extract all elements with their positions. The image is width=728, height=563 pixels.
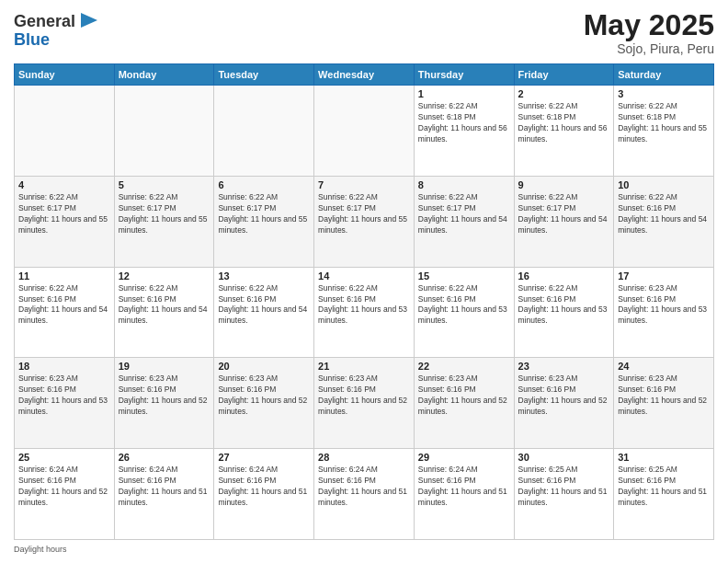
day-number: 25 — [18, 452, 110, 463]
day-number: 30 — [518, 452, 610, 463]
col-monday: Monday — [114, 64, 214, 86]
day-info: Sunrise: 6:22 AM Sunset: 6:18 PM Dayligh… — [618, 101, 710, 145]
table-row: 5Sunrise: 6:22 AM Sunset: 6:17 PM Daylig… — [114, 176, 214, 267]
table-row: 26Sunrise: 6:24 AM Sunset: 6:16 PM Dayli… — [114, 449, 214, 540]
day-info: Sunrise: 6:22 AM Sunset: 6:17 PM Dayligh… — [518, 192, 610, 236]
table-row: 17Sunrise: 6:23 AM Sunset: 6:16 PM Dayli… — [614, 267, 714, 358]
table-row: 12Sunrise: 6:22 AM Sunset: 6:16 PM Dayli… — [114, 267, 214, 358]
day-number: 24 — [618, 361, 710, 372]
day-info: Sunrise: 6:22 AM Sunset: 6:17 PM Dayligh… — [418, 192, 510, 236]
logo-general-text: General — [14, 13, 75, 31]
table-row: 24Sunrise: 6:23 AM Sunset: 6:16 PM Dayli… — [614, 358, 714, 449]
day-info: Sunrise: 6:22 AM Sunset: 6:16 PM Dayligh… — [618, 192, 710, 236]
day-info: Sunrise: 6:23 AM Sunset: 6:16 PM Dayligh… — [518, 373, 610, 418]
day-info: Sunrise: 6:24 AM Sunset: 6:16 PM Dayligh… — [119, 465, 210, 509]
table-row: 21Sunrise: 6:23 AM Sunset: 6:16 PM Dayli… — [314, 358, 415, 449]
table-row: 9Sunrise: 6:22 AM Sunset: 6:17 PM Daylig… — [514, 176, 614, 267]
day-number: 19 — [119, 361, 210, 372]
calendar-week-row: 18Sunrise: 6:23 AM Sunset: 6:16 PM Dayli… — [15, 358, 714, 449]
table-row: 19Sunrise: 6:23 AM Sunset: 6:16 PM Dayli… — [114, 358, 214, 449]
day-info: Sunrise: 6:22 AM Sunset: 6:17 PM Dayligh… — [318, 192, 410, 236]
table-row: 11Sunrise: 6:22 AM Sunset: 6:16 PM Dayli… — [15, 267, 115, 358]
day-number: 20 — [218, 361, 310, 372]
table-row: 3Sunrise: 6:22 AM Sunset: 6:18 PM Daylig… — [614, 86, 714, 177]
title-month: May 2025 — [584, 9, 714, 41]
day-info: Sunrise: 6:23 AM Sunset: 6:16 PM Dayligh… — [318, 373, 410, 418]
day-number: 26 — [119, 452, 210, 463]
day-info: Sunrise: 6:23 AM Sunset: 6:16 PM Dayligh… — [618, 373, 710, 418]
col-saturday: Saturday — [614, 64, 714, 86]
daylight-label: Daylight hours — [14, 545, 67, 554]
day-info: Sunrise: 6:22 AM Sunset: 6:17 PM Dayligh… — [119, 192, 210, 236]
day-info: Sunrise: 6:22 AM Sunset: 6:17 PM Dayligh… — [18, 192, 110, 236]
table-row — [214, 86, 314, 177]
table-row — [114, 86, 214, 177]
footer: Daylight hours — [14, 545, 714, 554]
day-info: Sunrise: 6:24 AM Sunset: 6:16 PM Dayligh… — [318, 465, 410, 509]
day-info: Sunrise: 6:22 AM Sunset: 6:17 PM Dayligh… — [218, 192, 310, 236]
table-row: 10Sunrise: 6:22 AM Sunset: 6:16 PM Dayli… — [614, 176, 714, 267]
day-number: 28 — [318, 452, 410, 463]
day-number: 31 — [618, 452, 710, 463]
table-row: 4Sunrise: 6:22 AM Sunset: 6:17 PM Daylig… — [15, 176, 115, 267]
table-row: 15Sunrise: 6:22 AM Sunset: 6:16 PM Dayli… — [414, 267, 514, 358]
table-row: 20Sunrise: 6:23 AM Sunset: 6:16 PM Dayli… — [214, 358, 314, 449]
table-row: 2Sunrise: 6:22 AM Sunset: 6:18 PM Daylig… — [514, 86, 614, 177]
col-wednesday: Wednesday — [314, 64, 415, 86]
day-info: Sunrise: 6:24 AM Sunset: 6:16 PM Dayligh… — [418, 465, 510, 509]
day-number: 10 — [618, 179, 710, 190]
day-number: 12 — [119, 270, 210, 282]
table-row: 14Sunrise: 6:22 AM Sunset: 6:16 PM Dayli… — [314, 267, 415, 358]
day-number: 2 — [518, 88, 610, 99]
day-info: Sunrise: 6:23 AM Sunset: 6:16 PM Dayligh… — [18, 373, 110, 418]
day-number: 14 — [318, 270, 410, 282]
day-number: 22 — [418, 361, 510, 372]
day-number: 18 — [18, 361, 110, 372]
day-info: Sunrise: 6:24 AM Sunset: 6:16 PM Dayligh… — [218, 465, 310, 509]
title-block: May 2025 Sojo, Piura, Peru — [584, 9, 714, 56]
col-thursday: Thursday — [414, 64, 514, 86]
table-row: 29Sunrise: 6:24 AM Sunset: 6:16 PM Dayli… — [414, 449, 514, 540]
table-row: 25Sunrise: 6:24 AM Sunset: 6:16 PM Dayli… — [15, 449, 115, 540]
logo-blue-text: Blue — [14, 31, 50, 50]
page: General Blue May 2025 Sojo, Piura, Peru … — [0, 0, 728, 563]
day-number: 17 — [618, 270, 710, 282]
table-row — [314, 86, 415, 177]
day-number: 15 — [418, 270, 510, 282]
day-info: Sunrise: 6:23 AM Sunset: 6:16 PM Dayligh… — [418, 373, 510, 418]
day-number: 9 — [518, 179, 610, 190]
table-row: 16Sunrise: 6:22 AM Sunset: 6:16 PM Dayli… — [514, 267, 614, 358]
calendar-week-row: 25Sunrise: 6:24 AM Sunset: 6:16 PM Dayli… — [15, 449, 714, 540]
col-sunday: Sunday — [15, 64, 115, 86]
day-info: Sunrise: 6:22 AM Sunset: 6:16 PM Dayligh… — [318, 283, 410, 327]
day-number: 27 — [218, 452, 310, 463]
table-row: 7Sunrise: 6:22 AM Sunset: 6:17 PM Daylig… — [314, 176, 415, 267]
calendar-week-row: 1Sunrise: 6:22 AM Sunset: 6:18 PM Daylig… — [15, 86, 714, 177]
day-number: 7 — [318, 179, 410, 190]
table-row: 28Sunrise: 6:24 AM Sunset: 6:16 PM Dayli… — [314, 449, 415, 540]
day-info: Sunrise: 6:22 AM Sunset: 6:18 PM Dayligh… — [518, 101, 610, 145]
table-row: 30Sunrise: 6:25 AM Sunset: 6:16 PM Dayli… — [514, 449, 614, 540]
day-number: 8 — [418, 179, 510, 190]
day-number: 1 — [418, 88, 510, 99]
calendar-header-row: Sunday Monday Tuesday Wednesday Thursday… — [15, 64, 714, 86]
day-info: Sunrise: 6:23 AM Sunset: 6:16 PM Dayligh… — [218, 373, 310, 418]
logo: General Blue — [14, 9, 103, 50]
title-location: Sojo, Piura, Peru — [584, 41, 714, 56]
header: General Blue May 2025 Sojo, Piura, Peru — [14, 9, 714, 56]
day-info: Sunrise: 6:23 AM Sunset: 6:16 PM Dayligh… — [119, 373, 210, 418]
col-tuesday: Tuesday — [214, 64, 314, 86]
day-number: 23 — [518, 361, 610, 372]
table-row: 22Sunrise: 6:23 AM Sunset: 6:16 PM Dayli… — [414, 358, 514, 449]
day-info: Sunrise: 6:22 AM Sunset: 6:18 PM Dayligh… — [418, 101, 510, 145]
day-info: Sunrise: 6:22 AM Sunset: 6:16 PM Dayligh… — [18, 283, 110, 327]
calendar-table: Sunday Monday Tuesday Wednesday Thursday… — [14, 63, 714, 540]
table-row: 1Sunrise: 6:22 AM Sunset: 6:18 PM Daylig… — [414, 86, 514, 177]
day-number: 21 — [318, 361, 410, 372]
day-info: Sunrise: 6:24 AM Sunset: 6:16 PM Dayligh… — [18, 465, 110, 509]
day-info: Sunrise: 6:25 AM Sunset: 6:16 PM Dayligh… — [618, 465, 710, 509]
day-info: Sunrise: 6:22 AM Sunset: 6:16 PM Dayligh… — [119, 283, 210, 327]
table-row: 27Sunrise: 6:24 AM Sunset: 6:16 PM Dayli… — [214, 449, 314, 540]
calendar-week-row: 11Sunrise: 6:22 AM Sunset: 6:16 PM Dayli… — [15, 267, 714, 358]
day-info: Sunrise: 6:22 AM Sunset: 6:16 PM Dayligh… — [518, 283, 610, 327]
